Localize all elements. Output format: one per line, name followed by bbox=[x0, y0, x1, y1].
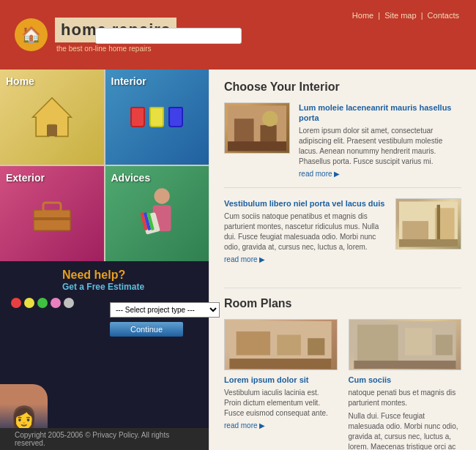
need-help-title: Need help? bbox=[62, 269, 198, 282]
svg-rect-30 bbox=[354, 360, 455, 368]
room-plan-col-1: Lorem ipsum dolor sit Vestibulum iaculis… bbox=[224, 319, 338, 450]
dot-yellow bbox=[24, 298, 34, 308]
continue-button[interactable]: Continue bbox=[110, 322, 183, 337]
logo-icon: 🏠 bbox=[15, 18, 48, 51]
sidebar-item-exterior[interactable]: Exterior bbox=[0, 166, 104, 261]
room-plan-1-title[interactable]: Lorem ipsum dolor sit bbox=[224, 375, 309, 384]
svg-rect-29 bbox=[436, 334, 453, 355]
exterior-tile-label: Exterior bbox=[6, 172, 45, 184]
article-1-link[interactable]: Lum moleie laceneanrit mauris hasellus p… bbox=[299, 103, 451, 122]
top-nav: Home | Site map | Contacts bbox=[350, 11, 461, 20]
nav-sep1: | bbox=[378, 11, 382, 20]
room-plans-grid: Lorem ipsum dolor sit Vestibulum iaculis… bbox=[224, 319, 461, 450]
dot-pink bbox=[51, 298, 61, 308]
exterior-toolbox-icon bbox=[30, 195, 74, 232]
sidebar-item-home[interactable]: Home bbox=[0, 70, 104, 165]
interior-thumb-icon bbox=[228, 105, 286, 152]
nav-contacts[interactable]: Contacts bbox=[428, 11, 459, 20]
svg-rect-1 bbox=[47, 125, 57, 137]
svg-rect-12 bbox=[234, 119, 254, 145]
article-2-body: Vestibulum libero niel porta vel lacus d… bbox=[224, 198, 387, 264]
svg-rect-4 bbox=[34, 217, 70, 220]
article-2-thumb-img bbox=[396, 199, 461, 249]
need-help-section: 👩 Need help? Get a Free Estimate --- Sel… bbox=[0, 261, 209, 450]
svg-rect-24 bbox=[308, 338, 324, 355]
svg-rect-27 bbox=[357, 324, 398, 361]
svg-rect-19 bbox=[437, 204, 440, 240]
room-plan-2-img bbox=[354, 321, 456, 369]
room-plan-1-img bbox=[229, 321, 332, 369]
search-input[interactable] bbox=[95, 28, 242, 44]
article-1-read-more[interactable]: read more ▶ bbox=[299, 170, 340, 178]
read-more-arrow-2: ▶ bbox=[259, 255, 265, 263]
svg-point-5 bbox=[155, 188, 170, 203]
room-plan-1-read-more[interactable]: read more ▶ bbox=[224, 421, 265, 430]
header: 🏠 home repairs the best on-line home rep… bbox=[0, 0, 476, 70]
room-plan-2-title[interactable]: Cum sociis bbox=[349, 375, 392, 384]
room-plan-col-2: Cum sociis natoque penati bus et magnis … bbox=[349, 319, 462, 450]
room-plans-title: Room Plans bbox=[224, 297, 461, 310]
article-1-thumb bbox=[224, 102, 290, 154]
svg-point-14 bbox=[262, 110, 278, 126]
article-2-read-more[interactable]: read more ▶ bbox=[224, 255, 265, 263]
need-help-subtitle: Get a Free Estimate bbox=[62, 282, 198, 292]
left-sidebar: Home Interior bbox=[0, 70, 209, 450]
nav-sep2: | bbox=[421, 11, 425, 20]
svg-rect-22 bbox=[237, 331, 270, 355]
project-type-select[interactable]: --- Select project type --- bbox=[110, 302, 220, 318]
room-plan-2-thumb bbox=[349, 319, 462, 370]
logo-subtitle: the best on-line home repairs bbox=[55, 45, 176, 53]
dot-red bbox=[11, 298, 21, 308]
svg-rect-25 bbox=[230, 359, 332, 369]
interior-tile-label: Interior bbox=[111, 75, 146, 87]
article-row-2: Vestibulum libero niel porta vel lacus d… bbox=[224, 198, 461, 273]
home-house-icon bbox=[26, 91, 78, 143]
article-2-link[interactable]: Vestibulum libero niel porta vel lacus d… bbox=[224, 199, 384, 208]
main-layout: Home Interior bbox=[0, 70, 476, 450]
article-row-1: Lum moleie laceneanrit mauris hasellus p… bbox=[224, 102, 461, 188]
sidebar-item-interior[interactable]: Interior bbox=[105, 70, 209, 165]
svg-rect-15 bbox=[228, 141, 286, 151]
room-plans-section: Room Plans Lorem ipsum dolor sit bbox=[224, 288, 461, 450]
color-dots bbox=[11, 298, 74, 308]
footer: Copyright 2005-2006 © Privacy Policy. Al… bbox=[0, 428, 209, 450]
choose-interior-section: Choose Your Interior Lum bbox=[224, 80, 461, 273]
right-content: Choose Your Interior Lum bbox=[209, 70, 476, 450]
choose-interior-title: Choose Your Interior bbox=[224, 80, 461, 94]
read-more-arrow-3: ▶ bbox=[259, 421, 265, 430]
nav-grid: Home Interior bbox=[0, 70, 209, 261]
room-plan-1-text: Vestibulum iaculis lacinia est. Proin di… bbox=[224, 388, 338, 419]
svg-rect-17 bbox=[402, 221, 428, 241]
sidebar-item-advices[interactable]: Advices bbox=[105, 166, 209, 261]
svg-rect-20 bbox=[399, 239, 458, 247]
read-more-arrow-1: ▶ bbox=[334, 170, 340, 178]
nav-home[interactable]: Home bbox=[352, 11, 373, 20]
advices-tile-label: Advices bbox=[111, 172, 151, 184]
room-plan-1-thumb bbox=[224, 319, 338, 370]
article-1-body: Lum moleie laceneanrit mauris hasellus p… bbox=[299, 102, 461, 179]
room-plan-2-subtitle: natoque penati bus et magnis dis parturi… bbox=[349, 388, 462, 408]
advices-person-icon bbox=[135, 184, 179, 243]
svg-rect-28 bbox=[405, 328, 432, 355]
room-thumb-icon bbox=[399, 200, 458, 248]
article-1-text: Lorem ipsum dolor sit amet, consectetuar… bbox=[299, 126, 461, 167]
nav-sitemap[interactable]: Site map bbox=[384, 11, 416, 20]
room-plan-2-text: Nulla dui. Fusce feugiat malesuada odio.… bbox=[349, 411, 462, 450]
svg-rect-23 bbox=[278, 334, 302, 355]
article-2-thumb bbox=[395, 198, 461, 250]
article-2-text: Cum sociis natoque penatibus et magnis d… bbox=[224, 211, 387, 252]
article-1-thumb-img bbox=[225, 103, 289, 153]
footer-text: Copyright 2005-2006 © Privacy Policy. Al… bbox=[15, 431, 194, 447]
dot-green bbox=[37, 298, 48, 308]
home-tile-label: Home bbox=[6, 75, 34, 87]
dot-gray bbox=[64, 298, 74, 308]
